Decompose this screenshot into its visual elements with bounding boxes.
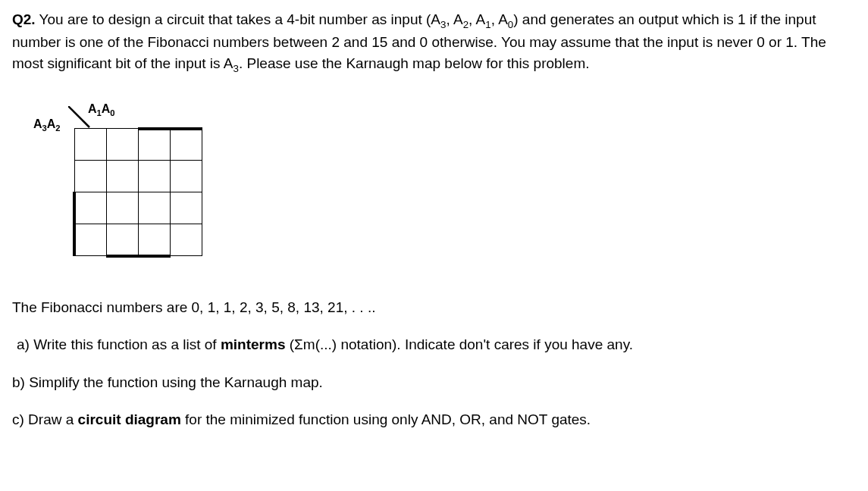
kmap-cell [170, 224, 202, 256]
kmap-row-a2-sub: 2 [55, 124, 60, 133]
kmap-cell [74, 161, 106, 192]
part-c-prefix: c) Draw a [12, 411, 78, 427]
kmap-row [74, 129, 202, 161]
kmap-row [74, 192, 202, 224]
sub-a1: 1 [485, 19, 490, 30]
sub-a2: 2 [463, 19, 468, 30]
kmap-cell [138, 192, 170, 224]
kmap-label-rows: A3A2 [33, 115, 61, 134]
kmap-label-columns: A1A0 [88, 100, 115, 119]
part-c: c) Draw a circuit diagram for the minimi… [12, 409, 856, 430]
question-text-p4: , A [491, 11, 508, 27]
part-b: b) Simplify the function using the Karna… [12, 372, 856, 393]
part-c-suffix: for the minimized function using only AN… [181, 411, 591, 427]
kmap-cell [106, 192, 138, 224]
sub-msb: 3 [233, 62, 239, 73]
kmap-cell [106, 129, 138, 161]
kmap-row-a2-letter: A [47, 117, 56, 130]
question-text-p3: , A [468, 11, 485, 27]
kmap-cell [170, 161, 202, 192]
kmap-col-a0-sub: 0 [110, 108, 114, 117]
kmap-row-a3-letter: A [33, 117, 42, 130]
part-a-prefix: a) Write this function as a list of [17, 336, 221, 352]
kmap-row [74, 224, 202, 256]
kmap-grid [73, 127, 202, 258]
kmap-col-a0-letter: A [102, 102, 111, 115]
kmap-cell [170, 129, 202, 161]
part-a-bold: minterms [221, 336, 286, 352]
kmap-cell [170, 192, 202, 224]
kmap-row [74, 161, 202, 192]
question-text-p6: . Please use the Karnaugh map below for … [239, 55, 590, 71]
karnaugh-map: A1A0 A3A2 [27, 100, 224, 267]
part-c-bold: circuit diagram [78, 411, 181, 427]
svg-line-0 [68, 106, 89, 127]
kmap-cell [138, 129, 170, 161]
question-prompt: Q2. You are to design a circuit that tak… [12, 9, 856, 76]
question-text-p2: , A [446, 11, 462, 27]
kmap-cell [74, 192, 106, 224]
kmap-cell [138, 224, 170, 256]
kmap-cell [74, 129, 106, 161]
kmap-cell [106, 224, 138, 256]
part-a-suffix: (Σm(...) notation). Indicate don't cares… [285, 336, 633, 352]
part-a: a) Write this function as a list of mint… [17, 334, 856, 355]
question-label: Q2. [12, 11, 36, 27]
question-text-p1: You are to design a circuit that takes a… [36, 11, 440, 27]
kmap-cell [106, 161, 138, 192]
kmap-diagonal-line [68, 106, 91, 129]
kmap-cell [74, 224, 106, 256]
kmap-cell [138, 161, 170, 192]
fibonacci-sequence-statement: The Fibonacci numbers are 0, 1, 1, 2, 3,… [12, 297, 856, 318]
